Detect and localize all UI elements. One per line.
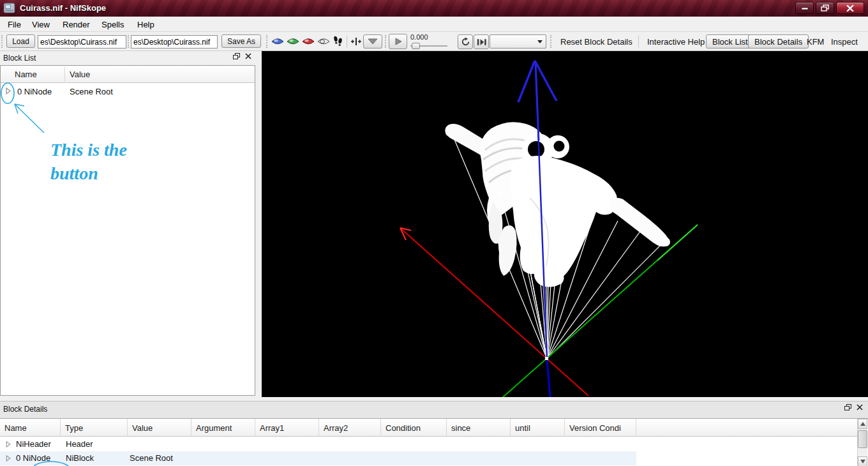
expand-arrow-icon[interactable]	[6, 455, 11, 462]
column-until[interactable]: until	[511, 419, 565, 437]
toolbar-handle[interactable]	[550, 35, 553, 48]
interactive-help-button[interactable]: Interactive Help	[643, 35, 708, 48]
save-as-button[interactable]: Save As	[221, 34, 261, 48]
title-bar[interactable]: Cuirass.nif - NifSkope	[0, 0, 868, 17]
float-panel-icon[interactable]	[844, 404, 851, 411]
column-value[interactable]: Value	[70, 70, 90, 79]
expand-arrow-icon[interactable]	[6, 441, 11, 447]
reset-block-details-button[interactable]: Reset Block Details	[557, 35, 636, 48]
cell-name[interactable]: 0 NiNode	[16, 453, 50, 463]
restore-icon	[821, 4, 829, 11]
row-value[interactable]: Scene Root	[70, 87, 113, 96]
column-version-condition[interactable]: Version Condi	[565, 419, 636, 437]
column-argument[interactable]: Argument	[191, 419, 255, 437]
animation-menu-button[interactable]	[363, 34, 382, 49]
annotation-text: This is the button	[50, 138, 191, 185]
animation-combobox[interactable]	[490, 34, 546, 49]
column-since[interactable]: since	[447, 419, 511, 437]
annotation-arrow	[15, 104, 44, 133]
toggle-lighting-button[interactable]	[301, 36, 315, 47]
inspect-button[interactable]: Inspect	[827, 35, 862, 48]
tree-row-scene-root[interactable]: 0 NiNode Scene Root	[1, 83, 255, 100]
toggle-textures-button[interactable]	[271, 36, 285, 47]
block-list-title: Block List	[3, 54, 36, 63]
app-icon[interactable]	[3, 2, 16, 15]
minimize-button[interactable]	[795, 2, 814, 14]
block-list-toggle-button[interactable]: Block List	[706, 34, 754, 49]
menu-file[interactable]: File	[5, 19, 24, 30]
block-list-tree[interactable]: Name Value 0 NiNode Scene Root	[0, 65, 255, 396]
play-icon	[394, 37, 403, 46]
green-eye-icon	[287, 37, 299, 46]
loop-button[interactable]	[458, 34, 473, 49]
anim-time-value: 0.000	[410, 33, 428, 41]
column-array2[interactable]: Array2	[319, 419, 381, 437]
column-name[interactable]: Name	[15, 70, 37, 79]
model-scene	[262, 51, 868, 397]
load-path-input[interactable]	[38, 35, 126, 49]
details-scrollbar[interactable]	[857, 419, 867, 466]
block-details-header[interactable]: Name Type Value Argument Array1 Array2 C…	[0, 419, 857, 437]
cell-name[interactable]: NiHeader	[16, 439, 51, 449]
column-type[interactable]: Type	[61, 419, 128, 437]
menu-view[interactable]: View	[29, 19, 52, 30]
expand-arrow-icon[interactable]	[6, 87, 11, 94]
toolbar: Load Save As	[0, 32, 868, 51]
close-icon	[846, 5, 854, 11]
vertex-mode-icon	[350, 36, 363, 47]
play-switch-button[interactable]	[474, 34, 489, 49]
menu-spells[interactable]: Spells	[99, 19, 126, 30]
toggle-wireframe-button[interactable]	[317, 36, 331, 47]
toolbar-handle[interactable]	[385, 35, 387, 48]
column-name[interactable]: Name	[0, 419, 61, 437]
panel-splitter[interactable]	[257, 51, 262, 401]
restore-button[interactable]	[816, 2, 834, 14]
workspace: Block List Name Value	[0, 51, 868, 401]
render-viewport[interactable]	[262, 51, 868, 397]
cell-type[interactable]: Header	[66, 439, 93, 449]
play-button[interactable]	[389, 34, 407, 49]
toolbar-handle[interactable]	[266, 35, 269, 48]
row-name[interactable]: 0 NiNode	[17, 87, 52, 96]
annotation-overlay	[1, 66, 257, 396]
details-row-ninode[interactable]: 0 NiNode NiBlock Scene Root	[0, 451, 636, 465]
minimize-icon	[801, 5, 809, 11]
column-value[interactable]: Value	[128, 419, 191, 437]
block-details-panel: Block Details Name Type Value Argument A…	[0, 401, 868, 466]
cell-type[interactable]: NiBlock	[66, 453, 94, 463]
close-panel-icon[interactable]	[857, 404, 863, 410]
block-list-header[interactable]: Name Value	[1, 66, 255, 83]
close-button[interactable]	[836, 2, 864, 14]
close-panel-icon[interactable]	[245, 53, 251, 59]
arrow-up-icon	[860, 422, 865, 426]
window-title: Cuirass.nif - NifSkope	[20, 3, 106, 13]
block-details-table[interactable]: Name Type Value Argument Array1 Array2 C…	[0, 418, 868, 466]
scroll-thumb[interactable]	[858, 430, 867, 448]
scroll-up-button[interactable]	[858, 419, 867, 429]
column-array1[interactable]: Array1	[255, 419, 319, 437]
block-details-toggle-button[interactable]: Block Details	[748, 34, 809, 49]
menu-help[interactable]: Help	[135, 19, 157, 30]
play-switch-icon	[476, 38, 487, 47]
red-eye-icon	[302, 37, 315, 46]
anim-slider-thumb[interactable]	[412, 43, 420, 49]
float-panel-icon[interactable]	[233, 53, 240, 60]
load-button[interactable]: Load	[6, 34, 35, 48]
block-details-title: Block Details	[3, 405, 47, 414]
scroll-down-button[interactable]	[858, 456, 867, 466]
toolbar-separator	[638, 35, 639, 48]
column-condition[interactable]: Condition	[381, 419, 447, 437]
kfm-button[interactable]: KFM	[803, 35, 828, 48]
toolbar-handle[interactable]	[1, 35, 4, 48]
menu-render[interactable]: Render	[60, 19, 93, 30]
cell-value[interactable]: Scene Root	[130, 453, 173, 463]
combo-arrow-icon	[537, 40, 542, 43]
details-row-niheader[interactable]: NiHeader Header	[0, 437, 636, 451]
vertex-select-button[interactable]	[350, 36, 363, 47]
draw-nodes-button[interactable]	[332, 36, 343, 47]
menu-bar: File View Render Spells Help	[0, 17, 868, 32]
toolbar-handle[interactable]	[128, 35, 130, 48]
save-path-input[interactable]	[131, 35, 218, 49]
toggle-vertex-colors-button[interactable]	[286, 36, 300, 47]
column-divider[interactable]	[64, 67, 65, 82]
